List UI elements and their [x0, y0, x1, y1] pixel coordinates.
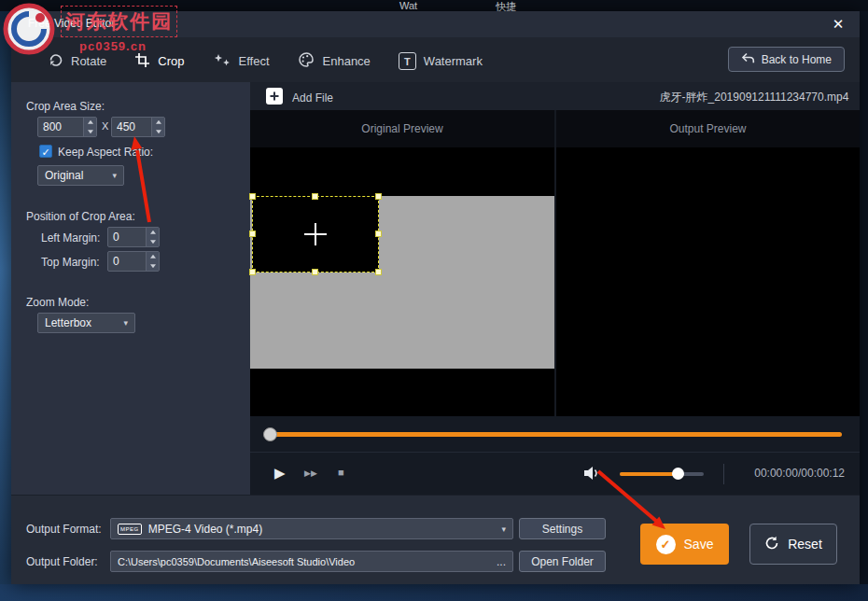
zoom-mode-label: Zoom Mode: [26, 296, 89, 309]
file-bar: Add File 虎牙-胖炸_201909121111234770.mp4 [250, 82, 860, 110]
chevron-down-icon: ▾ [501, 524, 506, 534]
spin-buttons [83, 118, 96, 136]
spin-buttons [151, 118, 164, 136]
add-file-button[interactable]: Add File [265, 87, 333, 109]
controls-divider [723, 464, 724, 484]
keep-aspect-ratio-label: Keep Aspect Ratio: [58, 146, 153, 159]
window-title: Free Video Editor [28, 17, 115, 30]
tab-label: Enhance [323, 54, 371, 68]
rotate-icon [48, 52, 63, 71]
seek-bar-row [250, 416, 860, 452]
save-button[interactable]: ✓ Save [640, 524, 729, 565]
keep-aspect-ratio-checkbox[interactable]: ✓ [39, 145, 52, 158]
spin-up-button[interactable] [147, 228, 159, 237]
tab-enhance[interactable]: Enhance [284, 37, 385, 85]
spin-buttons [146, 228, 159, 246]
time-display: 00:00:00/00:00:12 [754, 467, 845, 480]
aspect-ratio-value: Original [45, 169, 83, 182]
playback-controls: ▶ ▶▶ ■ 00:00:00/00:00:12 [250, 452, 860, 495]
original-preview-header: Original Preview [250, 110, 554, 147]
play-icon[interactable]: ▶ [274, 465, 286, 482]
spin-down-button[interactable] [152, 127, 164, 136]
app-window: Free Video Editor ✕ Rotate Crop [11, 11, 860, 584]
spin-down-button[interactable] [84, 127, 96, 136]
crop-area-size-label: Crop Area Size: [26, 100, 105, 113]
open-folder-button[interactable]: Open Folder [519, 551, 606, 572]
top-margin-spinner [107, 251, 160, 272]
aspect-ratio-dropdown[interactable]: Original ▾ [37, 165, 124, 186]
crop-handle[interactable] [312, 193, 318, 200]
volume-fill [620, 472, 678, 476]
top-margin-input[interactable] [108, 252, 146, 271]
output-folder-value: C:\Users\pc0359\Documents\Aiseesoft Stud… [118, 556, 491, 567]
volume-slider[interactable] [620, 472, 704, 476]
tab-watermark[interactable]: T Watermark [385, 37, 497, 85]
crop-selection-box[interactable] [252, 196, 379, 273]
output-format-label: Output Format: [26, 523, 102, 536]
fast-forward-icon[interactable]: ▶▶ [304, 468, 317, 478]
desktop-bottom-strip [0, 584, 868, 601]
browse-ellipsis-button[interactable]: ... [497, 555, 506, 568]
crop-height-input[interactable] [112, 118, 151, 136]
watermark-icon: T [399, 52, 416, 70]
crop-height-spinner [111, 117, 165, 137]
settings-button[interactable]: Settings [519, 518, 606, 539]
enhance-icon [298, 51, 315, 71]
desktop-text-fragment: Wat [399, 0, 417, 11]
chevron-down-icon: ▾ [112, 171, 117, 180]
spin-up-button[interactable] [147, 252, 159, 261]
tab-rotate[interactable]: Rotate [34, 37, 120, 85]
volume-icon[interactable] [582, 466, 601, 484]
left-margin-input[interactable] [108, 228, 146, 246]
loaded-file-name: 虎牙-胖炸_201909121111234770.mp4 [558, 90, 868, 105]
crosshair-icon [315, 223, 316, 245]
output-format-value: MPEG-4 Video (*.mp4) [148, 523, 263, 536]
tab-label: Rotate [71, 54, 106, 68]
stop-icon[interactable]: ■ [338, 467, 344, 478]
screen: Wat 快捷 Free Video Editor ✕ Rotate [0, 0, 868, 601]
add-file-icon [265, 87, 284, 109]
crop-handle[interactable] [249, 231, 256, 237]
crop-handle[interactable] [312, 269, 318, 275]
effect-icon [213, 52, 231, 71]
output-preview-header: Output Preview [556, 110, 860, 147]
crop-handle[interactable] [249, 269, 256, 275]
left-margin-label: Left Margin: [41, 231, 100, 245]
chevron-down-icon: ▾ [123, 318, 128, 328]
crop-width-input[interactable] [38, 118, 83, 136]
back-to-home-button[interactable]: Back to Home [728, 47, 845, 72]
reset-button[interactable]: Reset [749, 524, 837, 565]
crop-handle[interactable] [375, 193, 382, 200]
reset-label: Reset [788, 537, 822, 552]
output-format-dropdown[interactable]: MPEG MPEG-4 Video (*.mp4) ▾ [110, 518, 513, 539]
preview-area: Original Preview Output Preview [250, 110, 860, 416]
crop-handle[interactable] [249, 193, 256, 200]
zoom-mode-dropdown[interactable]: Letterbox ▾ [37, 313, 135, 333]
volume-handle[interactable] [672, 468, 684, 480]
seek-track[interactable] [269, 432, 842, 437]
output-folder-label: Output Folder: [26, 555, 98, 568]
tab-crop[interactable]: Crop [120, 37, 198, 85]
crop-handle[interactable] [375, 269, 382, 275]
desktop-top-strip: Wat 快捷 [0, 0, 868, 11]
crop-settings-panel: Crop Area Size: X ✓ Keep Aspect Ratio: O… [11, 82, 250, 495]
output-folder-field[interactable]: C:\Users\pc0359\Documents\Aiseesoft Stud… [110, 551, 513, 572]
tab-label: Crop [158, 54, 184, 68]
spin-up-button[interactable] [152, 118, 164, 127]
crop-width-spinner [37, 117, 97, 137]
tab-label: Effect [239, 54, 270, 68]
spin-down-button[interactable] [147, 261, 159, 271]
seek-handle[interactable] [263, 427, 277, 441]
title-bar[interactable]: Free Video Editor ✕ [11, 11, 860, 37]
crop-handle[interactable] [375, 231, 382, 237]
left-margin-spinner [107, 227, 160, 247]
spin-up-button[interactable] [84, 118, 96, 127]
save-label: Save [684, 537, 714, 552]
top-margin-label: Top Margin: [41, 256, 100, 269]
tab-bar: Rotate Crop Effect [11, 37, 860, 82]
close-icon[interactable]: ✕ [828, 14, 848, 35]
tab-effect[interactable]: Effect [199, 37, 284, 85]
spin-down-button[interactable] [147, 237, 159, 246]
tab-label: Watermark [424, 54, 483, 68]
zoom-mode-value: Letterbox [45, 316, 91, 329]
